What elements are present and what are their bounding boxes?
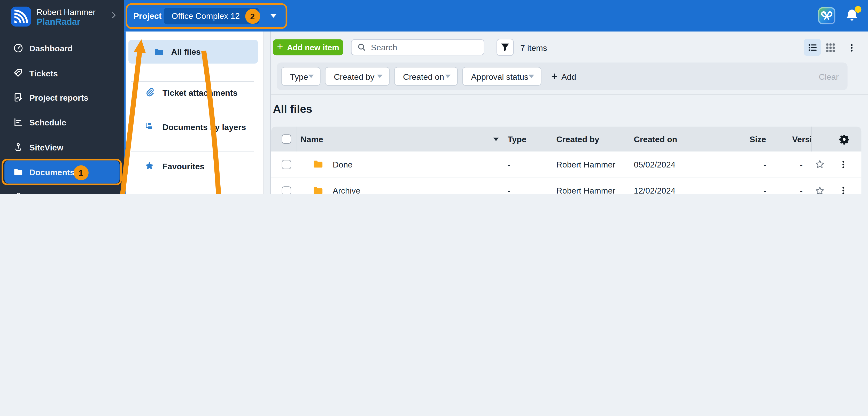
- sidebar-item-siteview[interactable]: SiteView: [0, 136, 124, 159]
- filter-chip-created-on[interactable]: Created on: [394, 67, 458, 86]
- created-on: 12/02/2024: [634, 186, 714, 194]
- folder-file-icon: [313, 185, 323, 194]
- column-header-created-on[interactable]: Created on: [634, 134, 714, 144]
- user-name: Robert Hammer: [36, 7, 96, 16]
- add-filter-button[interactable]: +Add: [551, 63, 576, 90]
- sidebar-item-dashboard[interactable]: Dashboard: [0, 36, 124, 60]
- siteview-icon: [13, 142, 23, 152]
- filter-chip-approval-status[interactable]: Approval status: [462, 67, 541, 86]
- expand-icon[interactable]: ›: [139, 47, 142, 56]
- star-icon: [144, 161, 154, 171]
- file-version: -: [792, 186, 811, 194]
- sidebar-item-label: Tickets: [29, 68, 58, 78]
- select-all-checkbox[interactable]: [282, 134, 291, 143]
- section-divider: [271, 94, 868, 95]
- notification-dot: [855, 6, 862, 13]
- panel-item-all-files[interactable]: ›All files: [128, 40, 257, 64]
- sidebar-header: Robert HammerPlanRadar: [0, 0, 124, 33]
- panel-item-ticket-attachments[interactable]: Ticket attachments: [128, 82, 261, 102]
- page-title: All files: [273, 103, 312, 116]
- folder-file-icon: [313, 159, 323, 170]
- column-header-version[interactable]: Version: [792, 134, 811, 144]
- filter-bar: TypeCreated byCreated onApproval status+…: [277, 63, 847, 90]
- project-label: Project: [133, 11, 161, 21]
- project-name: Office Complex 12: [172, 11, 240, 21]
- column-header-created-by[interactable]: Created by: [556, 134, 634, 144]
- more-options-icon[interactable]: [846, 41, 857, 54]
- favourite-star-icon[interactable]: [815, 185, 825, 194]
- panel-item-shared-items[interactable]: Shared Items: [128, 191, 261, 194]
- project-selector[interactable]: Office Complex 12: [164, 8, 259, 24]
- filter-chip-label: Created on: [403, 72, 444, 81]
- sidebar: Robert HammerPlanRadarDashboardTicketsPr…: [0, 0, 124, 194]
- file-type: -: [507, 160, 556, 169]
- search-icon: [357, 43, 366, 52]
- filter-chip-type[interactable]: Type: [281, 67, 320, 86]
- paperclip-icon: [144, 88, 154, 98]
- items-count: 7 items: [520, 43, 547, 53]
- chevron-right-icon: [108, 193, 116, 194]
- table-settings-cell: [811, 127, 861, 151]
- column-header-type[interactable]: Type: [507, 134, 556, 144]
- column-label: Type: [507, 134, 526, 144]
- sidebar-item-label: Schedule: [29, 117, 66, 127]
- file-name: Archive: [333, 186, 507, 194]
- row-menu-kebab-icon[interactable]: [838, 185, 848, 194]
- panel-item-favourites[interactable]: Favourites: [128, 156, 261, 176]
- sidebar-item-approvals[interactable]: Approvals: [0, 185, 124, 194]
- folder-icon: [154, 47, 164, 57]
- table-columns-gear-icon[interactable]: [839, 134, 850, 145]
- file-version: -: [792, 160, 811, 169]
- row-checkbox[interactable]: [282, 160, 291, 169]
- panel-item-label: Favourites: [162, 161, 205, 171]
- planradar-logo: [11, 7, 31, 27]
- filter-funnel-button[interactable]: [497, 39, 514, 56]
- schedule-icon: [13, 117, 23, 127]
- grid-view-toggle[interactable]: [824, 41, 837, 54]
- clear-filters-button[interactable]: Clear: [819, 63, 839, 90]
- file-type: -: [507, 186, 556, 194]
- sidebar-item-schedule[interactable]: Schedule: [0, 111, 124, 134]
- expand-account-icon[interactable]: [110, 11, 118, 20]
- project-dropdown-caret[interactable]: [270, 14, 277, 18]
- file-name: Done: [333, 160, 507, 169]
- column-label: Created on: [634, 134, 677, 144]
- column-header-name[interactable]: Name: [297, 134, 507, 144]
- search-placeholder: Search: [371, 43, 397, 52]
- add-filter-label: Add: [561, 72, 576, 81]
- sidebar-item-label: Approvals: [29, 192, 70, 194]
- sidebar-item-label: SiteView: [29, 142, 64, 152]
- panel-divider: [131, 81, 254, 82]
- table-header: NameTypeCreated byCreated onSizeVersion: [271, 127, 861, 151]
- sort-descending-icon[interactable]: [493, 138, 499, 141]
- created-by: Robert Hammer: [556, 160, 634, 169]
- row-checkbox[interactable]: [282, 186, 291, 194]
- sidebar-item-documents[interactable]: Documents: [4, 160, 120, 183]
- column-label: Created by: [556, 134, 599, 144]
- sidebar-item-tickets[interactable]: Tickets: [0, 61, 124, 84]
- folder-icon: [13, 167, 23, 177]
- add-new-item-button[interactable]: +Add new item: [273, 39, 343, 55]
- table-row[interactable]: Archive-Robert Hammer12/02/2024--: [271, 178, 861, 194]
- layers-icon: [144, 122, 154, 132]
- column-header-size[interactable]: Size: [714, 134, 792, 144]
- panel-item-label: Ticket attachments: [162, 88, 238, 97]
- search-input[interactable]: Search: [351, 39, 485, 55]
- clear-label: Clear: [819, 72, 839, 81]
- panel-resize-gutter: [264, 32, 271, 194]
- filter-chip-created-by[interactable]: Created by: [325, 67, 390, 86]
- table-row[interactable]: Done-Robert Hammer05/02/2024--: [271, 151, 861, 178]
- row-menu-kebab-icon[interactable]: [838, 160, 848, 170]
- sidebar-item-project-reports[interactable]: Project reports: [0, 86, 124, 109]
- brand-name: PlanRadar: [36, 17, 80, 27]
- panel-item-label: Documents by layers: [162, 122, 246, 131]
- panel-item-documents-by-layers[interactable]: Documents by layers: [128, 117, 261, 137]
- column-label: Version: [792, 134, 811, 144]
- list-view-toggle[interactable]: [804, 39, 821, 56]
- favourite-star-icon[interactable]: [815, 160, 825, 170]
- chevron-down-icon: [529, 75, 534, 78]
- file-size: -: [714, 186, 792, 194]
- ai-assistant-icon[interactable]: [818, 7, 835, 24]
- main-content: +Add new itemSearch7 itemsTypeCreated by…: [271, 32, 868, 194]
- app: Robert HammerPlanRadarDashboardTicketsPr…: [0, 0, 868, 194]
